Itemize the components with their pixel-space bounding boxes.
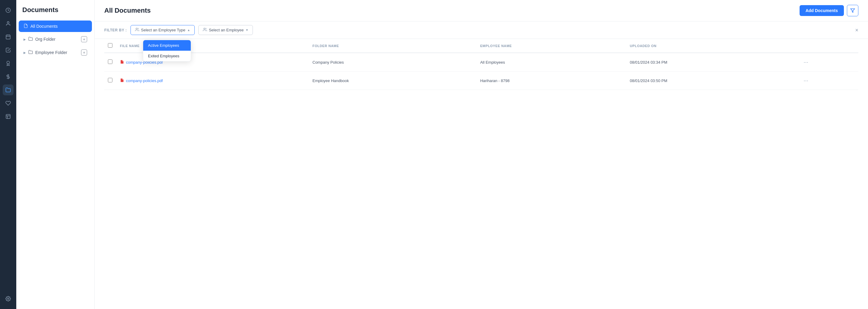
table-row: company-policies.pdf Employee Handbook H… [104,72,858,90]
chevron-up-icon: ▲ [187,28,190,32]
row-actions-button-1[interactable]: ⋯ [802,76,810,85]
select-all-checkbox[interactable] [108,43,113,48]
sidebar-item-employee-folder[interactable]: ▶ Employee Folder + [19,47,92,59]
nav-icon-folder[interactable] [3,84,13,95]
svg-point-11 [136,28,137,30]
svg-marker-10 [850,9,855,12]
sidebar: Documents All Documents ▶ Org Folder + ▶… [16,0,95,309]
nav-icon-calendar[interactable] [3,31,13,42]
nav-icon-checklist[interactable] [3,45,13,56]
add-org-folder-button[interactable]: + [81,36,87,42]
employee-folder-icon [28,50,33,55]
sidebar-item-org-folder[interactable]: ▶ Org Folder + [19,33,92,45]
sidebar-item-label: All Documents [30,24,58,29]
filter-label: FILTER BY : [104,28,127,32]
col-employee-name: EMPLOYEE NAME [476,39,626,53]
nav-icon-dollar[interactable] [3,71,13,82]
nav-icon-clock[interactable] [3,5,13,16]
employee-icon [203,27,207,33]
row-actions-cell: ⋯ [798,53,858,72]
employee-select[interactable]: Select an Employee ▼ [198,25,253,35]
col-actions [798,39,858,53]
nav-icon-badge[interactable] [3,58,13,69]
employee-type-select[interactable]: Select an Employee Type ▲ [130,25,195,35]
nav-icon-heart[interactable] [3,98,13,109]
svg-point-1 [7,22,9,23]
nav-bar [0,0,16,309]
filter-button[interactable] [847,5,858,16]
all-documents-icon [24,24,28,29]
filter-close-button[interactable]: × [855,27,858,33]
main-content: All Documents Add Documents FILTER BY : … [95,0,868,309]
page-title: All Documents [104,7,151,15]
select-all-header [104,39,116,53]
row-actions-cell: ⋯ [798,72,858,90]
employee-type-icon [135,27,139,33]
add-employee-folder-button[interactable]: + [81,50,87,56]
employee-type-value: Select an Employee Type [141,28,185,32]
employee-value: Select an Employee [209,28,244,32]
uploaded-on-cell: 08/01/2024 03:50 PM [626,72,798,90]
sidebar-title: Documents [16,6,94,20]
chevron-down-icon: ▼ [246,28,249,32]
folder-name-cell: Employee Handbook [309,72,476,90]
dropdown-item-exited[interactable]: Exited Employees [143,51,191,61]
row-checkbox-cell [104,53,116,72]
folder-name-cell: Company Policies [309,53,476,72]
header-actions: Add Documents [800,5,858,16]
file-name-cell: company-policies.pdf [116,72,309,90]
expand-arrow-icon: ▶ [24,38,26,41]
col-uploaded-on: UPLOADED ON [626,39,798,53]
svg-point-9 [7,298,9,300]
dropdown-item-active[interactable]: Active Employees [143,40,191,51]
pdf-icon [120,78,124,83]
col-folder-name: FOLDER NAME [309,39,476,53]
sidebar-item-all-documents[interactable]: All Documents [19,21,92,32]
documents-table-container: FILE NAME FOLDER NAME EMPLOYEE NAME UPLO… [95,39,868,309]
uploaded-on-cell: 08/01/2024 03:34 PM [626,53,798,72]
sidebar-item-label: Employee Folder [35,50,67,55]
nav-icon-settings[interactable] [3,293,13,304]
file-link-1[interactable]: company-policies.pdf [120,78,305,83]
documents-table: FILE NAME FOLDER NAME EMPLOYEE NAME UPLO… [104,39,858,90]
expand-arrow-icon: ▶ [24,51,26,54]
employee-name-cell: Hariharan - 8798 [476,72,626,90]
table-row: company-policies.pdf Company Policies Al… [104,53,858,72]
filter-bar: FILTER BY : Select an Employee Type ▲ Ac… [95,22,868,39]
row-actions-button-0[interactable]: ⋯ [802,58,810,66]
nav-icon-chart[interactable] [3,111,13,122]
pdf-icon [120,60,124,65]
row-checkbox-1[interactable] [108,78,113,82]
svg-rect-2 [6,35,10,39]
row-checkbox-0[interactable] [108,59,113,64]
page-header: All Documents Add Documents [95,0,868,22]
add-documents-button[interactable]: Add Documents [800,5,844,16]
sidebar-item-label: Org Folder [35,37,56,41]
row-checkbox-cell [104,72,116,90]
employee-name-cell: All Employees [476,53,626,72]
svg-rect-8 [6,114,10,119]
employee-type-dropdown: Active Employees Exited Employees [143,40,191,61]
svg-point-6 [7,61,10,64]
nav-icon-person[interactable] [3,18,13,29]
svg-point-12 [204,28,205,30]
org-folder-icon [28,36,33,42]
